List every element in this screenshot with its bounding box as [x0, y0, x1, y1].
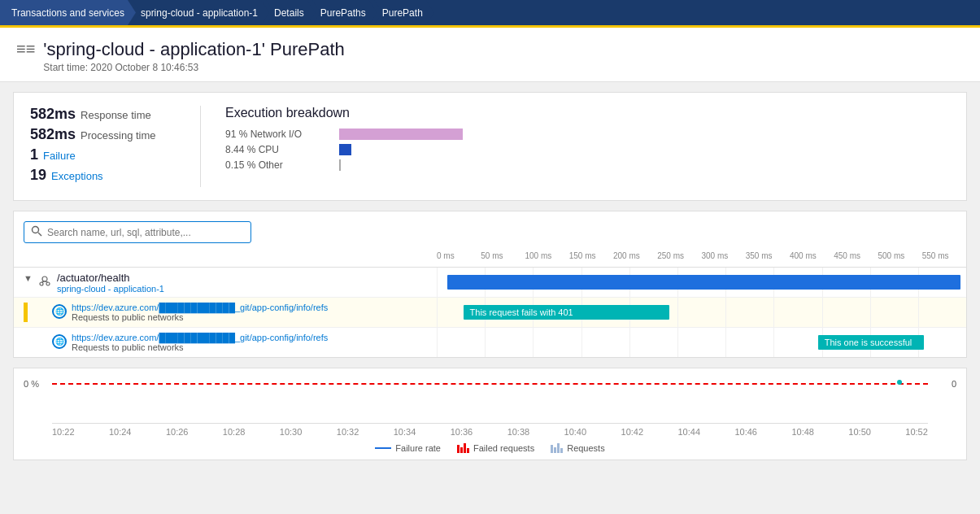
bar-child2: This one is successful	[818, 335, 924, 350]
response-time-row: 582ms Response time	[30, 106, 184, 123]
tick-100ms: 100 ms	[525, 251, 569, 260]
failure-link[interactable]: Failure	[43, 150, 76, 162]
trace-url-child2[interactable]: https://dev.azure.com/████████████_git/a…	[72, 333, 427, 342]
bar-label-child1: This request fails with 401	[464, 307, 573, 317]
exec-bar-other-container	[339, 159, 486, 171]
exec-label-network: 91 % Network I/O	[225, 128, 331, 140]
search-input[interactable]	[47, 227, 244, 238]
exec-bar-cpu-container	[339, 144, 486, 155]
search-icon	[31, 225, 42, 239]
breadcrumb-item-details[interactable]: Details	[266, 0, 316, 25]
svg-point-3	[40, 282, 43, 285]
stats-card: 582ms Response time 582ms Processing tim…	[13, 92, 967, 201]
response-time-value: 582ms	[30, 106, 76, 123]
x-tick-15: 10:50	[848, 427, 871, 437]
globe-icon-1: 🌐	[52, 304, 67, 319]
globe-icon-2: 🌐	[52, 334, 67, 349]
legend-bar-b4	[560, 448, 563, 453]
response-time-label: Response time	[81, 109, 151, 121]
yellow-indicator	[24, 303, 28, 322]
svg-point-0	[33, 227, 39, 233]
trace-section: 0 ms 50 ms 100 ms 150 ms 200 ms 250 ms 3…	[13, 211, 967, 358]
page-header: ≡≡ 'spring-cloud - application-1' PurePa…	[0, 28, 980, 82]
x-tick-9: 10:38	[507, 427, 530, 437]
exec-label-other: 0.15 % Other	[225, 159, 331, 171]
legend-bar-r4	[467, 448, 469, 453]
exceptions-link[interactable]: Exceptions	[51, 170, 103, 182]
legend-bar-r2	[460, 447, 463, 453]
x-tick-12: 10:44	[677, 427, 700, 437]
app-icon-root	[37, 273, 52, 290]
tick-450ms: 450 ms	[834, 251, 878, 260]
x-tick-4: 10:28	[223, 427, 246, 437]
trace-sub-child2: Requests to public networks	[72, 342, 427, 352]
legend-failed-bars-icon	[457, 443, 469, 453]
processing-time-label: Processing time	[81, 129, 155, 142]
legend-bar-r1	[457, 445, 460, 453]
legend-failure-rate: Failure rate	[375, 443, 441, 453]
x-tick-1: 10:22	[52, 427, 75, 437]
legend-requests-label: Requests	[567, 443, 604, 453]
legend-bar-b2	[554, 447, 556, 453]
x-tick-7: 10:34	[394, 427, 416, 437]
expand-icon-root[interactable]: ▼	[24, 273, 33, 283]
chart-y-right: 0	[952, 379, 956, 389]
stats-right: Execution breakdown 91 % Network I/O 8.4…	[201, 106, 950, 187]
trace-row-child1: 🌐 https://dev.azure.com/████████████_git…	[14, 298, 966, 328]
processing-time-row: 582ms Processing time	[30, 126, 184, 143]
chart-y-left: 0 %	[24, 379, 39, 389]
page-header-text: 'spring-cloud - application-1' PurePath …	[43, 39, 344, 73]
exec-row-other: 0.15 % Other	[225, 159, 950, 171]
trace-bar-area-root	[437, 268, 966, 297]
breadcrumb-item-purepath[interactable]: PurePath	[374, 0, 434, 25]
svg-line-1	[38, 233, 41, 236]
trace-bar-area-child1: This request fails with 401	[437, 298, 966, 327]
timeline-scale: 0 ms 50 ms 100 ms 150 ms 200 ms 250 ms 3…	[437, 251, 966, 264]
tick-200ms: 200 ms	[613, 251, 657, 260]
tick-400ms: 400 ms	[790, 251, 834, 260]
bar-root	[447, 275, 960, 290]
trace-indent-child2: 🌐 https://dev.azure.com/████████████_git…	[33, 333, 427, 352]
legend-failed-requests: Failed requests	[457, 443, 534, 453]
trace-row-child2: 🌐 https://dev.azure.com/████████████_git…	[14, 328, 966, 357]
tick-350ms: 350 ms	[746, 251, 790, 260]
timeline-header: 0 ms 50 ms 100 ms 150 ms 200 ms 250 ms 3…	[14, 251, 966, 268]
x-tick-6: 10:32	[337, 427, 359, 437]
breadcrumb-item-transactions[interactable]: Transactions and services	[0, 0, 136, 25]
failure-row: 1 Failure	[30, 146, 184, 163]
exceptions-row: 19 Exceptions	[30, 167, 184, 184]
x-tick-13: 10:46	[734, 427, 757, 437]
exec-row-cpu: 8.44 % CPU	[225, 144, 950, 155]
trace-indent-child1: 🌐 https://dev.azure.com/████████████_git…	[33, 303, 427, 322]
chart-area	[52, 375, 928, 424]
exec-bar-network-container	[339, 128, 486, 140]
tick-150ms: 150 ms	[569, 251, 613, 260]
x-tick-8: 10:36	[451, 427, 473, 437]
exec-label-cpu: 8.44 % CPU	[225, 144, 331, 155]
search-bar[interactable]	[24, 221, 251, 243]
x-tick-14: 10:48	[791, 427, 814, 437]
timeline-label-col	[14, 251, 437, 264]
trace-url-child1[interactable]: https://dev.azure.com/████████████_git/a…	[72, 303, 427, 312]
x-tick-11: 10:42	[621, 427, 644, 437]
bar-child1: This request fails with 401	[464, 305, 670, 320]
svg-line-5	[41, 281, 45, 282]
trace-sub-root: spring-cloud - application-1	[57, 284, 427, 294]
chart-legend: Failure rate Failed requests Requests	[24, 443, 956, 453]
tick-250ms: 250 ms	[657, 251, 701, 260]
tick-0ms: 0 ms	[437, 251, 481, 260]
bar-label-child2: This one is successful	[818, 338, 912, 347]
legend-requests: Requests	[551, 443, 604, 453]
trace-info-child1: 🌐 https://dev.azure.com/████████████_git…	[14, 299, 437, 325]
trace-row-root: ▼ /actuator/health spring-cloud - applic…	[14, 268, 966, 298]
page-subtitle: Start time: 2020 October 8 10:46:53	[43, 62, 344, 73]
breadcrumb: Transactions and services spring-cloud -…	[0, 0, 980, 28]
tick-500ms: 500 ms	[878, 251, 922, 260]
breadcrumb-item-purepaths[interactable]: PurePaths	[312, 0, 377, 25]
breadcrumb-item-app[interactable]: spring-cloud - application-1	[133, 0, 269, 25]
processing-time-value: 582ms	[30, 126, 76, 143]
trace-text-child1: https://dev.azure.com/████████████_git/a…	[72, 303, 427, 322]
tick-50ms: 50 ms	[481, 251, 525, 260]
tick-300ms: 300 ms	[702, 251, 746, 260]
svg-point-4	[46, 282, 50, 285]
